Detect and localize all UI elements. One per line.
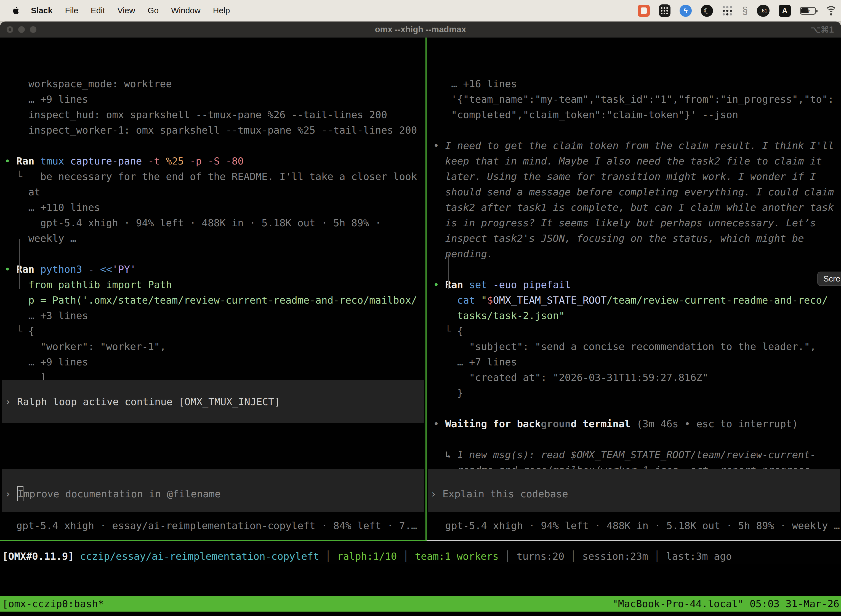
terminal-text-segment: (3m 46s • esc to interrupt) [637, 418, 798, 430]
prompt-chevron: › [5, 488, 11, 500]
pane-status-line: gpt-5.4 xhigh · essay/ai-reimplementatio… [4, 518, 424, 534]
omx-status-line: [OMX#0.11.9] cczip/essay/ai-reimplementa… [2, 549, 732, 564]
terminal-line: cat "$OMX_TEAM_STATE_ROOT/team/review-cu… [433, 293, 841, 308]
tmux-status-bar: [omx-cczip0:bash* "MacBook-Pro-44.local"… [0, 596, 841, 612]
screenshot-app-icon[interactable] [638, 5, 650, 17]
macos-menu-bar: SlackFileEditViewGoWindowHelp ϟ ☾ § ..61… [0, 0, 841, 22]
menu-item-view[interactable]: View [117, 6, 135, 15]
grid-dots-icon[interactable] [722, 5, 733, 16]
terminal-text-segment: tmux [40, 155, 70, 167]
terminal-line: • Ran tmux capture-pane -t %25 -p -S -80 [4, 154, 425, 169]
terminal-text-segment: Waiting for back [445, 418, 541, 430]
battery-icon[interactable]: ϟ [800, 7, 816, 15]
terminal-line: "subject": "send a concise recommendatio… [433, 339, 841, 354]
omx-status-segment: session:23m [582, 551, 648, 562]
window-shortcut-hint: ⌥⌘1 [811, 25, 834, 35]
terminal-text-segment: -p -S -80 [190, 155, 244, 167]
terminal-text-segment: 1 new msg(s): read $OMX_TEAM_STATE_ROOT/… [457, 449, 816, 461]
terminal-line: • Ran python3 - <<'PY' [4, 262, 425, 277]
tooltip: Scre [817, 271, 841, 286]
menu-items: SlackFileEditViewGoWindowHelp [31, 6, 230, 15]
prompt-input-right[interactable]: › Explain this codebase [428, 469, 840, 512]
terminal-text-segment: be necessary for the end of the README. … [40, 171, 417, 182]
percent-61-badge-icon[interactable]: ..61 [757, 5, 769, 17]
terminal-text-segment: • [4, 264, 16, 275]
terminal-text-segment: "worker": "worker-1", [4, 341, 166, 352]
pane-divider[interactable] [425, 38, 426, 541]
keypad-app-icon[interactable] [659, 4, 671, 17]
terminal-line: tasks/task-2.json" [433, 308, 841, 323]
omx-status-segment: │ [319, 551, 337, 562]
prompt-input-left[interactable]: › I mprove documentation in @filename [2, 469, 424, 512]
terminal-text-segment: capture-pane [70, 155, 148, 167]
terminal-text-segment: $ [487, 295, 493, 306]
terminal-line: should send a message before completing … [433, 184, 841, 200]
terminal-text-segment: inspect task2's JSON, focusing on the st… [433, 233, 804, 244]
omx-status-segment: turns:20 [517, 551, 564, 562]
prompt-chevron: › [431, 488, 437, 500]
menu-item-help[interactable]: Help [213, 6, 230, 15]
terminal-line: keep that in mind. Maybe I also need the… [433, 154, 841, 169]
omx-status-segment: │ [397, 551, 415, 562]
terminal-text-segment: inspect_worker-1: omx sparkshell --tmux-… [4, 125, 417, 136]
terminal-text-segment: … +9 lines [4, 94, 88, 105]
terminal-line: workspace_mode: worktree [4, 76, 425, 92]
terminal-text-segment: later. Using the same for transition mig… [433, 171, 816, 182]
terminal-text-segment: is in progress? It seems likely but perh… [433, 217, 816, 229]
wifi-icon[interactable] [825, 6, 837, 15]
window-title-bar[interactable]: omx --xhigh --madmax ⌥⌘1 [0, 22, 841, 38]
input-source-icon[interactable]: A [779, 5, 791, 17]
terminal-line: • I need to get the claim token from the… [433, 138, 841, 154]
terminal-line: └ { [433, 323, 841, 339]
terminal-text-segment: inspect_hud: omx sparkshell --tmux-pane … [4, 109, 387, 120]
menu-item-edit[interactable]: Edit [91, 6, 105, 15]
apple-menu-icon[interactable] [13, 6, 20, 15]
terminal-text-segment: OMX_TEAM_STATE_ROOT [493, 295, 607, 306]
terminal-text-segment: { [28, 326, 35, 337]
terminal-text-segment: /team/review-current-readme-and-reco/ [607, 295, 828, 306]
terminal-text-segment: keep that in mind. Maybe I also need the… [433, 155, 822, 167]
battery-bolt-icon: ϟ [801, 7, 815, 15]
terminal-text-segment: - [88, 264, 100, 275]
terminal-line: … +110 lines [4, 200, 425, 215]
terminal-line: weekly … [4, 231, 425, 246]
terminal-line: gpt-5.4 xhigh · 94% left · 488K in · 5.1… [4, 215, 425, 231]
terminal-line: … +3 lines [4, 308, 425, 323]
terminal-text-segment: └ [433, 326, 457, 337]
terminal-line: • Ran set -euo pipefail [433, 277, 841, 293]
omx-status-segment: cczip/essay/ai-reimplementation-copyleft [80, 551, 319, 562]
moon-app-icon[interactable]: ☾ [701, 5, 713, 17]
terminal-text-segment: at [4, 186, 40, 198]
omx-status-segment: │ [564, 551, 582, 562]
menu-item-slack[interactable]: Slack [31, 6, 53, 15]
menu-bar-status-icons: ϟ ☾ § ..61 A ϟ [638, 0, 837, 22]
terminal-text-segment: d terminal [571, 418, 637, 430]
menu-item-window[interactable]: Window [171, 6, 201, 15]
terminal-line: '{"team_name":"my-team","task_id":"1","f… [433, 92, 841, 107]
terminal-line: inspect_hud: omx sparkshell --tmux-pane … [4, 107, 425, 123]
omx-status-segment: team:1 workers [415, 551, 498, 562]
apple-logo-svg [13, 6, 20, 15]
terminal-text-segment: "subject": "send a concise recommendatio… [433, 341, 816, 352]
sync-app-icon[interactable]: ϟ [680, 5, 692, 17]
terminal-text-segment: • [4, 155, 16, 167]
terminal-text-segment: '{"team_name":"my-team","task_id":"1","f… [433, 94, 834, 105]
menu-item-file[interactable]: File [65, 6, 78, 15]
terminal-line: p = Path('.omx/state/team/review-current… [4, 293, 425, 308]
menu-item-go[interactable]: Go [148, 6, 159, 15]
terminal-text-segment: ↳ [433, 449, 457, 461]
squiggle-app-icon[interactable]: § [742, 5, 748, 16]
terminal-line: … +7 lines [433, 354, 841, 370]
terminal-line: … +16 lines [433, 76, 841, 92]
terminal-line: • Waiting for background terminal (3m 46… [433, 416, 841, 432]
terminal-line: … +9 lines [4, 354, 425, 370]
terminal-text-segment: { [457, 326, 463, 337]
terminal-line: from pathlib import Path [4, 277, 425, 293]
terminal-text-segment: … +3 lines [4, 310, 88, 321]
terminal-text-segment: • [433, 418, 445, 430]
terminal-text-segment: workspace_mode: worktree [4, 78, 172, 89]
terminal-line: at [4, 184, 425, 200]
terminal-text-segment: • [433, 279, 445, 290]
terminal-text-segment: • [433, 140, 445, 151]
omx-status-segment: │ [648, 551, 666, 562]
